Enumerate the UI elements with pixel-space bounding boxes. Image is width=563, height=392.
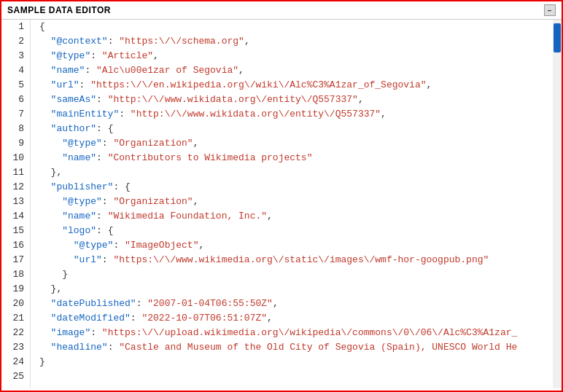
line-number: 24 [1, 355, 30, 369]
editor-title: SAMPLE DATA EDITOR [7, 5, 111, 15]
line-number: 25 [1, 369, 30, 384]
code-line: } [39, 355, 562, 369]
line-number: 12 [1, 180, 30, 195]
json-key: "datePublished" [39, 298, 136, 309]
code-line: } [39, 267, 562, 282]
code-line: "@type": "Organization", [39, 195, 562, 209]
code-line: }, [39, 282, 562, 297]
scrollbar-thumb[interactable] [554, 23, 561, 52]
json-string: "Wikimedia Foundation, Inc." [108, 211, 267, 222]
code-line [39, 369, 562, 384]
json-colon: : [85, 65, 96, 76]
json-colon: : [90, 50, 102, 61]
json-key: "name" [39, 65, 85, 76]
json-comma: , [267, 313, 273, 324]
line-number: 16 [1, 238, 30, 253]
code-line: }, [39, 165, 562, 180]
code-content[interactable]: { "@context": "https:\/\/schema.org", "@… [31, 20, 562, 388]
json-colon: : [79, 79, 91, 90]
line-number: 19 [1, 282, 30, 297]
json-colon: : [90, 327, 102, 338]
json-colon: : [108, 342, 120, 353]
code-line: "url": "https:\/\/en.wikipedia.org\/wiki… [39, 78, 562, 93]
code-line: "image": "https:\/\/upload.wikimedia.org… [39, 326, 562, 340]
json-key: "image" [39, 327, 90, 338]
json-key: "publisher" [39, 181, 113, 192]
json-key: "author" [39, 123, 96, 134]
json-string: "Alc\u00e1zar of Segovia" [96, 65, 238, 76]
code-line: "@type": "Organization", [39, 136, 562, 151]
json-colon: : [102, 254, 114, 265]
json-string: "http:\/\/www.wikidata.org\/entity\/Q557… [131, 109, 381, 119]
json-comma: , [193, 196, 199, 207]
line-number: 9 [1, 136, 30, 151]
json-comma: , [153, 50, 159, 61]
json-colon: : [96, 152, 108, 163]
json-colon: : [136, 298, 148, 309]
line-number: 3 [1, 49, 30, 63]
code-line: "author": { [39, 122, 562, 136]
code-line: "@type": "Article", [39, 49, 562, 63]
scrollbar[interactable] [553, 20, 562, 388]
code-line: "@context": "https:\/\/schema.org", [39, 34, 562, 49]
line-number: 15 [1, 224, 30, 238]
json-string: "ImageObject" [125, 240, 198, 251]
code-line: "@type": "ImageObject", [39, 238, 562, 253]
line-number: 11 [1, 165, 30, 180]
json-string: "Article" [102, 50, 153, 61]
json-brace: } [39, 356, 45, 367]
line-number: 23 [1, 340, 30, 355]
json-key: "@type" [39, 196, 102, 207]
json-key: "@context" [39, 36, 108, 47]
json-string: "https:\/\/en.wikipedia.org\/wiki\/Alc%C… [90, 79, 426, 90]
json-comma: , [267, 211, 273, 222]
minimize-button[interactable]: − [544, 4, 556, 16]
json-key: "url" [39, 254, 102, 265]
json-brace: }, [39, 167, 62, 178]
json-colon: : [119, 109, 131, 119]
json-key: "name" [39, 152, 96, 163]
json-colon: : [96, 94, 108, 105]
json-key: "@type" [39, 138, 102, 149]
json-colon: : [96, 123, 108, 134]
json-key: "@type" [39, 240, 113, 251]
json-colon: : [102, 138, 114, 149]
line-number: 21 [1, 311, 30, 326]
editor-container: SAMPLE DATA EDITOR − 1234567891011121314… [0, 0, 563, 392]
line-number: 20 [1, 297, 30, 311]
line-number: 1 [1, 20, 30, 34]
line-number: 22 [1, 326, 30, 340]
json-key: "dateModified" [39, 313, 131, 324]
json-string: "Castle and Museum of the Old City of Se… [119, 342, 517, 353]
code-line: "logo": { [39, 224, 562, 238]
json-comma: , [381, 109, 387, 119]
title-bar: SAMPLE DATA EDITOR − [1, 1, 562, 20]
json-string: "2022-10-07T06:51:07Z" [141, 313, 267, 324]
json-brace: { [108, 123, 114, 134]
line-number: 6 [1, 93, 30, 107]
json-colon: : [113, 181, 125, 192]
json-colon: : [96, 211, 108, 222]
json-key: "@type" [39, 50, 90, 61]
line-number: 4 [1, 63, 30, 78]
json-key: "mainEntity" [39, 109, 119, 119]
json-brace: } [39, 269, 68, 280]
json-comma: , [238, 65, 244, 76]
json-brace: { [125, 181, 131, 192]
json-key: "headline" [39, 342, 108, 353]
code-line: "dateModified": "2022-10-07T06:51:07Z", [39, 311, 562, 326]
code-line: "name": "Contributors to Wikimedia proje… [39, 151, 562, 165]
json-colon: : [96, 225, 108, 236]
json-key: "url" [39, 79, 79, 90]
line-number: 17 [1, 253, 30, 267]
line-number: 10 [1, 151, 30, 165]
code-line: "name": "Wikimedia Foundation, Inc.", [39, 209, 562, 224]
json-string: "http:\/\/www.wikidata.org\/entity\/Q557… [108, 94, 358, 105]
code-line: "name": "Alc\u00e1zar of Segovia", [39, 63, 562, 78]
json-comma: , [198, 240, 204, 251]
json-brace: { [108, 225, 114, 236]
line-number: 7 [1, 107, 30, 122]
code-line: "datePublished": "2007-01-04T06:55:50Z", [39, 297, 562, 311]
code-area: 1234567891011121314151617181920212223242… [1, 20, 562, 388]
json-comma: , [193, 138, 199, 149]
